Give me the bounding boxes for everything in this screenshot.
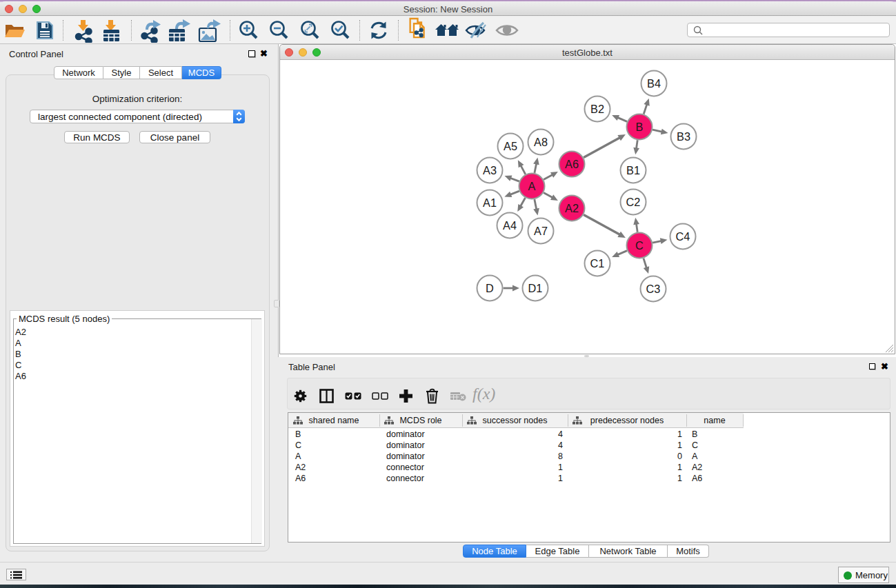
svg-text:A4: A4 <box>503 219 517 232</box>
svg-text:B2: B2 <box>590 103 604 115</box>
svg-text:C2: C2 <box>626 196 641 208</box>
svg-text:B: B <box>636 121 644 133</box>
svg-text:A1: A1 <box>483 196 497 209</box>
svg-text:A2: A2 <box>565 202 579 214</box>
svg-text:A3: A3 <box>483 164 497 176</box>
svg-text:C: C <box>635 239 644 252</box>
svg-text:A8: A8 <box>534 136 548 148</box>
svg-text:D: D <box>486 282 494 294</box>
svg-text:B4: B4 <box>647 77 661 90</box>
svg-text:D1: D1 <box>528 282 543 294</box>
svg-text:C1: C1 <box>590 257 605 270</box>
svg-text:A7: A7 <box>534 225 548 237</box>
svg-text:C3: C3 <box>646 283 661 295</box>
svg-text:A5: A5 <box>504 140 517 152</box>
svg-text:C4: C4 <box>676 230 690 243</box>
svg-text:B3: B3 <box>677 130 690 143</box>
svg-text:A: A <box>528 180 536 192</box>
svg-text:A6: A6 <box>565 158 579 170</box>
svg-text:B1: B1 <box>626 164 640 176</box>
